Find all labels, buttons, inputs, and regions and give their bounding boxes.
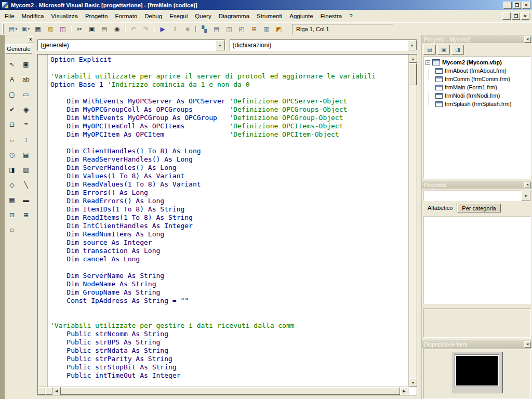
code-line[interactable]: Dim transaction As Long [50,247,408,255]
start-button[interactable]: ▶ [156,23,169,35]
close-button[interactable]: × [522,2,530,9]
code-line[interactable]: Dim ItemIDs(1 To 8) As String [50,205,408,214]
code-line[interactable] [50,263,408,272]
project-tree-item[interactable]: frmAbout (frmAbout.frm) [435,66,530,75]
vscrollbar-tool[interactable]: ↕ [19,132,33,147]
code-line[interactable]: Dim MyOPCItem As OPCItem 'Definizione OP… [50,130,408,139]
code-line[interactable]: Dim cancel As Long [50,255,408,263]
code-line[interactable]: Public strNdata As String [50,347,408,355]
minimize-button[interactable]: _ [503,2,512,9]
object-browser-button[interactable]: ◰ [235,23,248,35]
properties-object-dropdown[interactable]: ▼ [423,191,531,201]
optionbutton-tool[interactable]: ◉ [19,102,33,117]
pointer-tool[interactable]: ↖ [5,57,19,72]
label-tool[interactable]: A [5,72,19,87]
data-view-window-button[interactable]: ▥ [260,23,273,35]
menu-item-esegui[interactable]: Esegui [166,11,191,21]
filelistbox-tool[interactable]: ▥ [19,163,33,177]
undo-button[interactable]: ↶ [127,23,140,35]
code-line[interactable]: Dim MyOPCItemColl As OPCItems 'Definizio… [50,122,408,130]
code-line[interactable]: Dim ReadServerHandles() As Long [50,155,408,164]
dropdown-caret-icon[interactable]: ▾ [15,27,17,31]
hscrollbar-tool[interactable]: ↔ [5,132,19,147]
scroll-left-icon[interactable]: ◀ [52,387,61,395]
code-line[interactable]: Dim WithEvents MyOPCServer As OPCServer … [50,97,408,105]
view-code-button[interactable]: ▤ [423,45,436,55]
dropdown-caret-icon[interactable]: ▾ [28,27,30,31]
chevron-down-icon[interactable]: ▼ [407,40,417,50]
drivelistbox-tool[interactable]: ▤ [19,148,33,162]
mdi-minimize-button[interactable]: _ [502,12,511,20]
find-button[interactable]: ◉ [111,23,123,35]
mscomm-tool[interactable]: ☺ [5,223,19,237]
code-line[interactable] [50,64,408,72]
copy-button[interactable]: ▣ [86,23,98,35]
menu-item-query[interactable]: Query [191,11,215,21]
code-line[interactable]: Option Base 1 'Indirizzo comincia da 1 e… [50,81,408,89]
code-content[interactable]: Option Explicit 'Variabili utilizzate pe… [50,56,408,386]
project-tree-item[interactable]: frmSplash (frmSplash.frm) [435,100,530,108]
code-line[interactable]: Public strNcomm As String [50,330,408,338]
code-line[interactable]: Dim ReadValues(1 To 8) As Variant [50,180,408,189]
tree-expander-icon[interactable]: - [425,60,430,65]
code-line[interactable]: Dim WithEvents MyOPCGroup As OPCGroup 'D… [50,114,408,122]
toolbar-grip[interactable] [2,24,4,34]
project-tree-item[interactable]: frmComm (frmComm.frm) [435,75,530,83]
end-button[interactable]: ■ [181,23,194,35]
project-tree-item[interactable]: frmNodi (frmNodi.frm) [435,91,530,100]
menu-item-aggiunte[interactable]: Aggiunte [286,11,316,21]
view-object-button[interactable]: ▣ [437,45,450,55]
menu-item-formato[interactable]: Formato [111,11,141,21]
procedure-dropdown[interactable]: (dichiarazioni) ▼ [230,39,418,51]
code-line[interactable]: Dim Errors() As Long [50,189,408,197]
properties-tab-per-categoria[interactable]: Per categoria [457,204,500,212]
project-tree-root[interactable]: -Mycom2 (Mycom.vbp) [424,58,530,66]
form-layout-close-icon[interactable]: × [524,341,531,348]
code-line[interactable]: Public strBPS As String [50,338,408,347]
toolbox-close-icon[interactable]: × [27,36,34,43]
code-line[interactable] [50,89,408,97]
code-margin-indicator-bar[interactable] [38,55,48,387]
listbox-tool[interactable]: ≡ [19,117,33,132]
ole-tool[interactable]: ⊡ [5,208,19,222]
scroll-right-icon[interactable]: ▶ [400,387,408,395]
horizontal-scrollbar[interactable]: ◀ ▶ [38,387,408,395]
code-line[interactable]: Dim MyOPCGroupColl As OPCGroups 'Definiz… [50,105,408,114]
menu-item-file[interactable]: File [1,11,18,21]
menu-item-strumenti[interactable]: Strumenti [253,11,286,21]
code-line[interactable] [50,305,408,313]
code-line[interactable]: Public intTimeOut As Integer [50,371,408,380]
code-line[interactable]: Const IpAddress As String = "" [50,297,408,305]
paste-button[interactable]: ▤ [98,23,111,35]
properties-window-button[interactable]: ▤ [210,23,223,35]
properties-panel-close-icon[interactable]: × [524,182,531,188]
data-tool[interactable]: ▬ [19,193,33,207]
code-line[interactable]: Dim ReadErrors() As Long [50,197,408,205]
save-project-button[interactable]: ◫ [57,23,69,35]
cut-button[interactable]: ✂ [73,23,86,35]
menu-editor-button[interactable]: ▦ [32,23,44,35]
vertical-scrollbar-thumb[interactable] [409,63,417,85]
scroll-up-icon[interactable]: ▲ [409,55,417,63]
code-line[interactable]: Dim ReadNumItems As Long [50,230,408,238]
dirlistbox-tool[interactable]: ◨ [5,163,19,177]
code-line[interactable]: Dim ServerHandles() As Long [50,164,408,172]
combobox-tool[interactable]: ⊟ [5,117,19,132]
commandbutton-tool[interactable]: ▭ [19,87,33,102]
chevron-down-icon[interactable]: ▼ [216,40,225,50]
menu-item-progetto[interactable]: Progetto [82,11,111,21]
add-form-button[interactable]: ▣▾ [19,23,32,35]
menu-item-diagramma[interactable]: Diagramma [215,11,253,21]
msflexgrid-tool[interactable]: ⊞ [19,208,33,222]
code-line[interactable] [50,313,408,322]
scroll-down-icon[interactable]: ▼ [409,378,417,387]
code-line[interactable]: Dim Values(1 To 8) As Variant [50,172,408,180]
object-dropdown[interactable]: (generale) ▼ [37,39,225,51]
chevron-down-icon[interactable]: ▼ [521,191,530,201]
component-manager-button[interactable]: ◩ [273,23,285,35]
form-layout-window-button[interactable]: ◫ [223,23,235,35]
break-button[interactable]: ‖ [169,23,181,35]
project-explorer-button[interactable]: ▚ [198,23,210,35]
project-panel-close-icon[interactable]: × [524,36,531,43]
vertical-scrollbar[interactable]: ▲ ▼ [408,55,417,387]
